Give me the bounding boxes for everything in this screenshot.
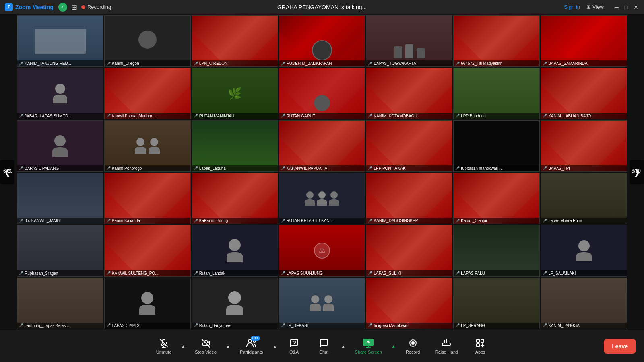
video-cell[interactable]: 🎤05. KANWIL_JAMBI	[17, 173, 103, 224]
video-cell[interactable]: 🎤BAPAS_YOGYAKARTA	[366, 15, 452, 67]
record-label: Record	[406, 350, 420, 354]
video-cell[interactable]: 🎤KANIM_TANJUNG RED...	[17, 15, 103, 67]
stop-video-button[interactable]: Stop Video	[188, 335, 223, 358]
video-cell[interactable]: 🎤KAKANWIL PAPUA - A...	[279, 120, 365, 172]
participants-label: Participants	[240, 350, 263, 354]
cell-name: BAPAS 1 PADANG	[25, 166, 59, 171]
chat-caret[interactable]: ▲	[340, 341, 347, 352]
chat-button[interactable]: Chat	[310, 335, 338, 358]
video-cell[interactable]: 🎤Imigrasi Manokwari	[366, 278, 452, 329]
share-screen-icon	[363, 338, 374, 348]
toolbar-center: Unmute ▲ Stop Video ▲ 8	[150, 335, 494, 358]
sign-in-button[interactable]: Sign in	[564, 4, 580, 10]
cell-name: LP_BEKASI	[287, 323, 308, 328]
apps-button[interactable]: Apps	[466, 335, 494, 358]
video-cell[interactable]: 🎤Lapas_Labuha	[192, 120, 278, 172]
video-cell[interactable]: 🎤RUTAN KELAS IIB KAN...	[279, 173, 365, 224]
share-screen-caret[interactable]: ▲	[390, 341, 397, 352]
video-cell[interactable]: 🎤Kanim Ponorogo	[104, 120, 191, 172]
apps-label: Apps	[475, 350, 485, 354]
toolbar-right: Leave	[604, 339, 636, 354]
video-cell[interactable]: 🎤KANIM_DABOSINGKEP	[366, 173, 452, 224]
video-cell[interactable]: 🎤LPN_CIREBON	[192, 15, 278, 67]
close-button[interactable]: ✕	[633, 4, 639, 10]
video-cell[interactable]: 🎤KaKanim Bitung	[192, 173, 278, 224]
video-cell[interactable]: 🎤Lampung_Lapas Kelas ...	[17, 278, 103, 329]
video-cell[interactable]: 🎤BAPAS_SAMARINDA	[541, 15, 627, 67]
cell-name: KANWIL SULTENG_PO...	[112, 271, 159, 276]
video-cell[interactable]: 🎤LP_SAUMLAKI	[541, 225, 627, 276]
qa-button[interactable]: Q&A	[280, 335, 308, 358]
video-grid: 🎤KANIM_TANJUNG RED... 🎤Kanim_Cilegon 🎤LP…	[0, 14, 644, 330]
view-button[interactable]: ⊞ View	[586, 4, 604, 10]
video-cell[interactable]: 🎤LP_SERANG	[453, 278, 540, 329]
title-bar: Z Zoom Meeting ✓ ⊞ Recording GRAHA PENGA…	[0, 0, 644, 14]
video-cell[interactable]: 🎤Lapas Muara Enim	[541, 173, 627, 224]
video-cell[interactable]: 🎤Rutan_Banyumas	[192, 278, 278, 329]
video-cell[interactable]: ⚖ 🎤LAPAS SIJUNJUNG	[279, 225, 365, 276]
title-bar-right: Sign in ⊞ View ─ □ ✕	[564, 4, 639, 10]
record-button[interactable]: Record	[399, 335, 427, 358]
top-bar-icons: ✓ ⊞ Recording	[58, 3, 111, 12]
cell-name: Rutan_Landak	[199, 271, 225, 276]
page-indicator-right: 6/20	[632, 168, 641, 174]
cell-name: BAPAS_SAMARINDA	[548, 61, 588, 66]
video-cell[interactable]: 🎤664572_Titi Madyasfitri	[453, 15, 540, 67]
video-cell[interactable]: 🎤JABAR_LAPAS SUMED...	[17, 68, 103, 119]
svg-rect-10	[477, 339, 479, 342]
video-cell[interactable]: 🎤LAPAS PALU	[453, 225, 540, 276]
share-screen-label: Share Screen	[355, 350, 382, 354]
video-cell[interactable]: 🎤Kanim Kalianda	[104, 173, 191, 224]
participants-caret[interactable]: ▲	[271, 341, 279, 352]
talking-text: GRAHA PENGAYOMAN is talking...	[277, 4, 367, 10]
video-cell[interactable]: 🎤KANIM_LABUAN BAJO	[541, 68, 627, 119]
minimize-button[interactable]: ─	[613, 4, 620, 10]
app-title: Zoom Meeting	[15, 4, 54, 10]
cell-name: RUDENIM_BALIKPAPAN	[287, 61, 332, 66]
leave-button[interactable]: Leave	[604, 339, 636, 354]
video-cell[interactable]: 🎤LAPAS CIAMIS	[104, 278, 191, 329]
video-cell[interactable]: 🌿 🎤RUTAN MANINJAU	[192, 68, 278, 119]
unmute-button[interactable]: Unmute	[150, 335, 178, 358]
cell-name: Kanwil Papua_Mariam ...	[112, 114, 157, 118]
video-cell[interactable]: 🎤BAPAS 1 PADANG	[17, 120, 103, 172]
stop-video-label: Stop Video	[195, 350, 217, 354]
raise-hand-icon	[442, 338, 451, 348]
cell-name: Kanim Kalianda	[112, 218, 140, 223]
video-cell[interactable]: 🎤Kanim_Cianjur	[453, 173, 540, 224]
video-cell[interactable]: 🎤Rupbasan_Sragen	[17, 225, 103, 276]
cell-name: 05. KANWIL_JAMBI	[25, 218, 61, 223]
record-icon	[408, 338, 418, 348]
share-screen-button[interactable]: Share Screen	[349, 335, 388, 358]
title-bar-left: Z Zoom Meeting ✓ ⊞ Recording	[5, 3, 111, 12]
video-cell[interactable]: 🎤LPP Bandung	[453, 68, 540, 119]
video-cell[interactable]: 🎤Rutan_Landak	[192, 225, 278, 276]
video-cell[interactable]: 🎤RUDENIM_BALIKPAPAN	[279, 15, 365, 67]
video-cell[interactable]: 🎤KANIM_KOTAMOBAGU	[366, 68, 452, 119]
unmute-caret[interactable]: ▲	[180, 341, 187, 352]
video-cell[interactable]: 🎤RUTAN GARUT	[279, 68, 365, 119]
cell-name: Rutan_Banyumas	[199, 323, 231, 328]
video-cell[interactable]: 🎤BAPAS_TPI	[541, 120, 627, 172]
video-area: ❮ ❯ 6/20 6/20 🎤KANIM_TANJUNG RED... 🎤Kan…	[0, 14, 644, 330]
video-cell[interactable]: 🎤Kanwil Papua_Mariam ...	[104, 68, 191, 119]
toolbar: Unmute ▲ Stop Video ▲ 8	[0, 330, 644, 362]
video-cell[interactable]: 🎤Kanim_Cilegon	[104, 15, 191, 67]
zoom-logo: Z Zoom Meeting	[5, 3, 54, 11]
cell-name: Lapas_Labuha	[199, 166, 226, 171]
video-caret[interactable]: ▲	[225, 341, 232, 352]
video-cell[interactable]: 🎤KANIM_LANGSA	[541, 278, 627, 329]
cell-name: Rupbasan_Sragen	[25, 271, 58, 276]
maximize-button[interactable]: □	[623, 4, 630, 10]
participants-icon: 811	[246, 338, 257, 348]
video-cell[interactable]: 🎤LPP PONTIANAK	[366, 120, 452, 172]
grid-icon: ⊞	[71, 3, 77, 12]
cell-name: 664572_Titi Madyasfitri	[461, 61, 502, 66]
video-cell[interactable]: 🎤LP_BEKASI	[279, 278, 365, 329]
video-cell[interactable]: 🎤rupbasan manokwari ...	[453, 120, 540, 172]
raise-hand-button[interactable]: Raise Hand	[429, 335, 464, 358]
participants-button[interactable]: 811 Participants	[233, 335, 270, 358]
video-cell[interactable]: 🎤KANWIL SULTENG_PO...	[104, 225, 191, 276]
video-cell[interactable]: 🎤LAPAS_SULIKI	[366, 225, 452, 276]
zoom-icon: Z	[5, 3, 13, 11]
